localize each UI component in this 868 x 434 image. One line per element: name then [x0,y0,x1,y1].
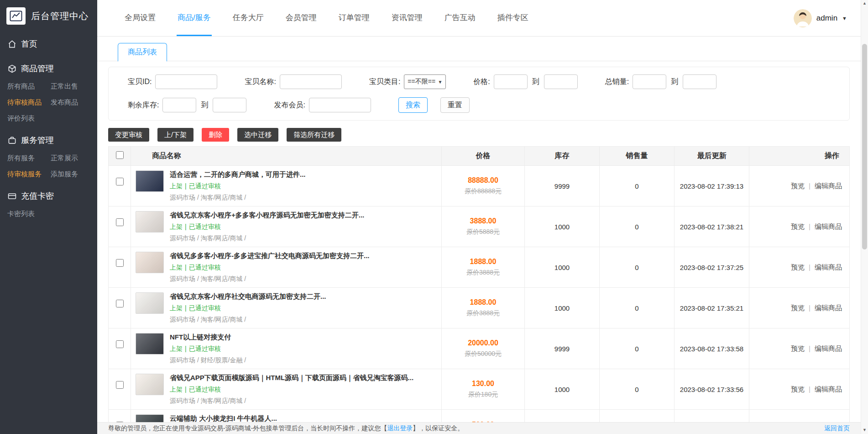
updated-value: 2023-08-02 17:33:58 [675,328,749,369]
price-min-input[interactable] [494,74,528,89]
user-menu[interactable]: admin ▼ [794,9,847,27]
row-checkbox[interactable] [116,381,124,389]
nav-tab[interactable]: 会员管理 [285,0,318,36]
product-price: 1888.00 [442,258,524,266]
bulk-action-button[interactable]: 筛选所有迁移 [287,128,341,142]
sidebar-section-services-title[interactable]: 服务管理 [0,124,97,152]
sidebar-item-card-list[interactable]: 卡密列表 [7,210,51,218]
sidebar-item-pending-services[interactable]: 待审核服务 [7,170,51,179]
preview-link[interactable]: 预览 [791,304,805,312]
sidebar-service-links: 所有服务 正常展示 待审核服务 添加服务 [0,152,97,180]
category-select[interactable]: ==不限== ▼ [404,74,446,89]
sales-max-input[interactable] [683,74,716,89]
header-stock: 库存 [525,147,600,166]
stock-value: 1000 [525,369,600,410]
admin-viewport: 后台管理中心 首页 商品管理 所有商品 正常出售 待审核 [0,0,868,434]
product-name[interactable]: 省钱兄多多客小程序-多多进宝推广社交电商源码无加密支持二开... [170,252,370,260]
product-thumbnail [136,414,164,422]
edit-product-link[interactable]: 编辑商品 [815,344,842,352]
scroll-up-icon[interactable]: ▲ [861,1,868,5]
stock-value: 9999 [525,410,600,423]
row-checkbox[interactable] [116,259,124,267]
nav-tab[interactable]: 资讯管理 [391,0,424,36]
row-checkbox[interactable] [116,178,124,185]
logout-link[interactable]: 退出登录 [387,424,413,432]
range-to-label: 到 [201,101,208,110]
nav-tab[interactable]: 任务大厅 [232,0,265,36]
sidebar-item-publish-goods[interactable]: 发布商品 [51,98,94,107]
bulk-action-button[interactable]: 变更审核 [108,128,149,142]
product-price: 3888.00 [442,217,524,225]
edit-product-link[interactable]: 编辑商品 [815,222,842,230]
filter-label-publisher: 发布会员: [274,101,305,110]
row-checkbox[interactable] [116,300,124,307]
publisher-input[interactable] [309,98,371,112]
sidebar-item-review-list[interactable]: 评价列表 [7,114,51,123]
scrollbar-thumb[interactable] [862,44,867,249]
sidebar-item-add-service[interactable]: 添加服务 [51,170,94,179]
home-icon [7,40,16,48]
preview-link[interactable]: 预览 [791,385,805,393]
sidebar-item-pending-goods[interactable]: 待审核商品 [7,98,51,107]
scroll-down-icon[interactable]: ▼ [861,428,868,432]
search-button[interactable]: 搜索 [398,97,428,113]
stock-min-input[interactable] [162,98,196,112]
product-name[interactable]: 省钱兄APP下载页面模版源码｜HTML源码｜下载页面源码｜省钱兄淘宝客源码... [170,374,413,382]
product-name[interactable]: 云端辅助 大小接龙扫I 牛牛机器人... [170,414,277,422]
product-thumbnail [136,252,164,273]
sales-min-input[interactable] [633,74,666,89]
row-checkbox[interactable] [116,340,124,348]
stock-max-input[interactable] [213,98,246,112]
nav-tab[interactable]: 商品/服务 [177,0,212,36]
tab-goods-list[interactable]: 商品列表 [118,43,167,62]
nav-tab[interactable]: 插件专区 [497,0,529,36]
sidebar-item-home[interactable]: 首页 [0,32,97,52]
edit-product-link[interactable]: 编辑商品 [815,385,842,393]
sales-value: 0 [600,328,675,369]
product-price: 20000.00 [442,339,524,347]
bulk-action-button[interactable]: 选中迁移 [237,128,278,142]
sidebar-section-cards-title[interactable]: 充值卡密 [0,180,97,208]
status-onsale: 上架 [170,345,183,352]
nav-tab[interactable]: 广告互动 [444,0,476,36]
nav-tab[interactable]: 订单管理 [338,0,371,36]
select-all-checkbox[interactable] [116,151,124,159]
sidebar-item-all-services[interactable]: 所有服务 [7,154,51,163]
bulk-action-button[interactable]: 删除 [202,128,229,142]
preview-link[interactable]: 预览 [791,182,805,190]
preview-link[interactable]: 预览 [791,222,805,230]
product-name[interactable]: 省钱兄京东客小程序+多多客小程序源码无加密无加密支持二开... [170,211,364,220]
reset-button[interactable]: 重置 [440,97,470,113]
filter-label-stock: 剩余库存: [128,101,159,110]
nav-tab[interactable]: 全局设置 [124,0,157,36]
sidebar-item-all-goods[interactable]: 所有商品 [7,82,51,91]
nav-tabs: 全局设置 商品/服务 任务大厅 会员管理 订单管理 资讯管理 广告互动 插件专区 [124,0,529,36]
status-separator: | [185,345,187,352]
range-to-label: 到 [671,77,678,87]
username: admin [816,14,837,23]
edit-product-link[interactable]: 编辑商品 [815,263,842,271]
filter-label-item-name: 宝贝名称: [245,77,276,87]
back-home-link[interactable]: 返回首页 [824,424,850,433]
product-name[interactable]: NFT以上链对接支付 [170,333,246,342]
product-name[interactable]: 省钱兄京东客小程序社交电商源码无加密支持二开... [170,292,326,301]
edit-product-link[interactable]: 编辑商品 [815,182,842,190]
chevron-down-icon: ▼ [438,79,442,85]
item-id-input[interactable] [155,74,217,89]
sidebar-item-on-sale[interactable]: 正常出售 [51,82,94,91]
preview-link[interactable]: 预览 [791,263,805,271]
services-briefcase-icon [7,136,16,145]
product-name[interactable]: 适合运营，二开的多商户商城，可用于进件... [170,170,306,179]
sidebar-item-normal-display[interactable]: 正常展示 [51,154,94,163]
price-max-input[interactable] [544,74,578,89]
row-checkbox[interactable] [116,218,124,226]
preview-link[interactable]: 预览 [791,344,805,352]
scrollbar[interactable]: ▲ ▼ [861,0,868,434]
product-category: 源码市场 / 淘客/网店/商城 / [170,397,413,405]
bulk-action-button[interactable]: 上/下架 [157,128,193,142]
sidebar-section-goods-title[interactable]: 商品管理 [0,52,97,80]
item-name-input[interactable] [280,74,342,89]
goods-table: 商品名称 价格 库存 销售量 最后更新 操作 [108,146,850,422]
status-audit: 已通过审核 [189,345,221,352]
edit-product-link[interactable]: 编辑商品 [815,304,842,312]
